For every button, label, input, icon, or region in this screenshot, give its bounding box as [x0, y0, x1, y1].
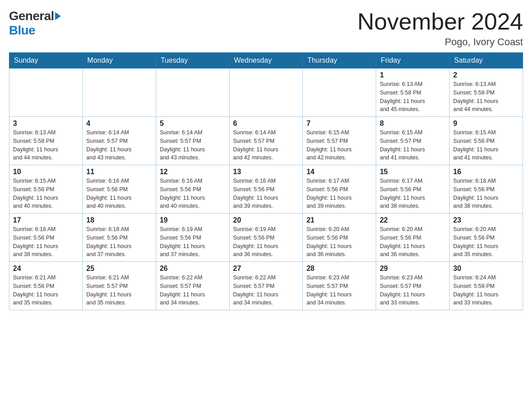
day-info: Sunrise: 6:16 AM Sunset: 5:56 PM Dayligh…	[160, 177, 226, 210]
day-number: 7	[306, 120, 372, 128]
day-number: 8	[380, 120, 446, 128]
calendar-day-header: Friday	[376, 53, 450, 68]
day-number: 23	[453, 216, 519, 224]
calendar-week-row: 10Sunrise: 6:15 AM Sunset: 5:56 PM Dayli…	[9, 165, 523, 214]
calendar-day-cell: 28Sunrise: 6:23 AM Sunset: 5:57 PM Dayli…	[303, 262, 376, 310]
day-number: 19	[160, 216, 226, 224]
calendar-day-header: Saturday	[450, 53, 523, 68]
day-info: Sunrise: 6:13 AM Sunset: 5:58 PM Dayligh…	[453, 80, 519, 114]
day-info: Sunrise: 6:14 AM Sunset: 5:57 PM Dayligh…	[160, 128, 226, 162]
day-number: 24	[13, 265, 79, 273]
day-number: 13	[233, 168, 299, 176]
calendar-day-cell: 9Sunrise: 6:15 AM Sunset: 5:56 PM Daylig…	[450, 117, 523, 165]
calendar-day-cell: 10Sunrise: 6:15 AM Sunset: 5:56 PM Dayli…	[9, 165, 83, 214]
day-number: 11	[86, 168, 152, 176]
day-info: Sunrise: 6:23 AM Sunset: 5:57 PM Dayligh…	[380, 274, 446, 307]
logo: General Blue	[9, 9, 61, 38]
day-number: 14	[306, 168, 372, 176]
day-info: Sunrise: 6:13 AM Sunset: 5:58 PM Dayligh…	[380, 80, 446, 114]
calendar-day-cell	[82, 68, 156, 117]
logo-blue-text: Blue	[9, 23, 35, 37]
day-number: 9	[453, 120, 519, 128]
day-number: 21	[306, 216, 372, 224]
day-number: 15	[380, 168, 446, 176]
day-number: 5	[160, 120, 226, 128]
day-info: Sunrise: 6:15 AM Sunset: 5:56 PM Dayligh…	[453, 128, 519, 162]
day-info: Sunrise: 6:20 AM Sunset: 5:56 PM Dayligh…	[453, 225, 519, 259]
calendar-day-cell: 14Sunrise: 6:17 AM Sunset: 5:56 PM Dayli…	[303, 165, 376, 214]
day-info: Sunrise: 6:24 AM Sunset: 5:58 PM Dayligh…	[453, 274, 519, 307]
day-number: 26	[160, 265, 226, 273]
calendar-week-row: 17Sunrise: 6:18 AM Sunset: 5:56 PM Dayli…	[9, 214, 523, 262]
day-info: Sunrise: 6:17 AM Sunset: 5:56 PM Dayligh…	[380, 177, 446, 210]
calendar-day-cell: 11Sunrise: 6:16 AM Sunset: 5:56 PM Dayli…	[82, 165, 156, 214]
day-info: Sunrise: 6:23 AM Sunset: 5:57 PM Dayligh…	[306, 274, 372, 307]
calendar-day-cell: 18Sunrise: 6:18 AM Sunset: 5:56 PM Dayli…	[82, 214, 156, 262]
calendar-day-header: Sunday	[9, 53, 83, 68]
day-number: 27	[233, 265, 299, 273]
title-section: November 2024 Pogo, Ivory Coast	[357, 9, 523, 48]
day-info: Sunrise: 6:18 AM Sunset: 5:56 PM Dayligh…	[13, 225, 79, 259]
calendar-day-cell: 17Sunrise: 6:18 AM Sunset: 5:56 PM Dayli…	[9, 214, 83, 262]
calendar-day-cell	[229, 68, 303, 117]
calendar-day-cell: 21Sunrise: 6:20 AM Sunset: 5:56 PM Dayli…	[303, 214, 376, 262]
calendar-day-cell: 19Sunrise: 6:19 AM Sunset: 5:56 PM Dayli…	[156, 214, 229, 262]
day-number: 3	[13, 120, 79, 128]
day-number: 28	[306, 265, 372, 273]
day-info: Sunrise: 6:16 AM Sunset: 5:56 PM Dayligh…	[86, 177, 152, 210]
day-info: Sunrise: 6:22 AM Sunset: 5:57 PM Dayligh…	[233, 274, 299, 307]
day-info: Sunrise: 6:20 AM Sunset: 5:56 PM Dayligh…	[380, 225, 446, 259]
day-number: 30	[453, 265, 519, 273]
calendar-day-cell: 5Sunrise: 6:14 AM Sunset: 5:57 PM Daylig…	[156, 117, 229, 165]
day-info: Sunrise: 6:14 AM Sunset: 5:57 PM Dayligh…	[86, 128, 152, 162]
day-info: Sunrise: 6:19 AM Sunset: 5:56 PM Dayligh…	[160, 225, 226, 259]
day-number: 22	[380, 216, 446, 224]
day-number: 20	[233, 216, 299, 224]
calendar-day-cell	[156, 68, 229, 117]
calendar-week-row: 1Sunrise: 6:13 AM Sunset: 5:58 PM Daylig…	[9, 68, 523, 117]
calendar-day-cell: 7Sunrise: 6:15 AM Sunset: 5:57 PM Daylig…	[303, 117, 376, 165]
calendar-day-cell: 15Sunrise: 6:17 AM Sunset: 5:56 PM Dayli…	[376, 165, 450, 214]
day-info: Sunrise: 6:15 AM Sunset: 5:57 PM Dayligh…	[380, 128, 446, 162]
calendar-day-cell: 23Sunrise: 6:20 AM Sunset: 5:56 PM Dayli…	[450, 214, 523, 262]
calendar-day-cell: 6Sunrise: 6:14 AM Sunset: 5:57 PM Daylig…	[229, 117, 303, 165]
calendar-day-cell: 8Sunrise: 6:15 AM Sunset: 5:57 PM Daylig…	[376, 117, 450, 165]
calendar-day-cell: 13Sunrise: 6:16 AM Sunset: 5:56 PM Dayli…	[229, 165, 303, 214]
day-info: Sunrise: 6:19 AM Sunset: 5:56 PM Dayligh…	[233, 225, 299, 259]
day-number: 16	[453, 168, 519, 176]
calendar-week-row: 24Sunrise: 6:21 AM Sunset: 5:56 PM Dayli…	[9, 262, 523, 310]
day-info: Sunrise: 6:21 AM Sunset: 5:56 PM Dayligh…	[13, 274, 79, 307]
calendar-day-cell: 3Sunrise: 6:13 AM Sunset: 5:58 PM Daylig…	[9, 117, 83, 165]
calendar-day-cell: 12Sunrise: 6:16 AM Sunset: 5:56 PM Dayli…	[156, 165, 229, 214]
calendar-day-header: Thursday	[303, 53, 376, 68]
day-info: Sunrise: 6:20 AM Sunset: 5:56 PM Dayligh…	[306, 225, 372, 259]
calendar-day-cell: 24Sunrise: 6:21 AM Sunset: 5:56 PM Dayli…	[9, 262, 83, 310]
page-header: General Blue November 2024 Pogo, Ivory C…	[9, 9, 523, 48]
day-number: 1	[380, 71, 446, 79]
calendar-day-cell: 22Sunrise: 6:20 AM Sunset: 5:56 PM Dayli…	[376, 214, 450, 262]
day-info: Sunrise: 6:16 AM Sunset: 5:56 PM Dayligh…	[233, 177, 299, 210]
calendar-day-cell: 27Sunrise: 6:22 AM Sunset: 5:57 PM Dayli…	[229, 262, 303, 310]
calendar-week-row: 3Sunrise: 6:13 AM Sunset: 5:58 PM Daylig…	[9, 117, 523, 165]
day-number: 2	[453, 71, 519, 79]
calendar-day-cell: 20Sunrise: 6:19 AM Sunset: 5:56 PM Dayli…	[229, 214, 303, 262]
day-number: 6	[233, 120, 299, 128]
calendar-day-cell	[9, 68, 83, 117]
calendar-day-cell: 1Sunrise: 6:13 AM Sunset: 5:58 PM Daylig…	[376, 68, 450, 117]
day-info: Sunrise: 6:21 AM Sunset: 5:57 PM Dayligh…	[86, 274, 152, 307]
calendar-day-cell: 2Sunrise: 6:13 AM Sunset: 5:58 PM Daylig…	[450, 68, 523, 117]
calendar-day-cell: 26Sunrise: 6:22 AM Sunset: 5:57 PM Dayli…	[156, 262, 229, 310]
day-info: Sunrise: 6:17 AM Sunset: 5:56 PM Dayligh…	[306, 177, 372, 210]
month-title: November 2024	[357, 9, 523, 34]
day-number: 25	[86, 265, 152, 273]
day-info: Sunrise: 6:22 AM Sunset: 5:57 PM Dayligh…	[160, 274, 226, 307]
day-info: Sunrise: 6:15 AM Sunset: 5:56 PM Dayligh…	[13, 177, 79, 210]
logo-arrow-icon	[55, 12, 61, 20]
day-info: Sunrise: 6:14 AM Sunset: 5:57 PM Dayligh…	[233, 128, 299, 162]
calendar-day-cell: 16Sunrise: 6:18 AM Sunset: 5:56 PM Dayli…	[450, 165, 523, 214]
calendar-day-header: Tuesday	[156, 53, 229, 68]
day-number: 29	[380, 265, 446, 273]
calendar-day-cell: 25Sunrise: 6:21 AM Sunset: 5:57 PM Dayli…	[82, 262, 156, 310]
calendar-table: SundayMondayTuesdayWednesdayThursdayFrid…	[9, 52, 523, 310]
calendar-day-cell: 4Sunrise: 6:14 AM Sunset: 5:57 PM Daylig…	[82, 117, 156, 165]
